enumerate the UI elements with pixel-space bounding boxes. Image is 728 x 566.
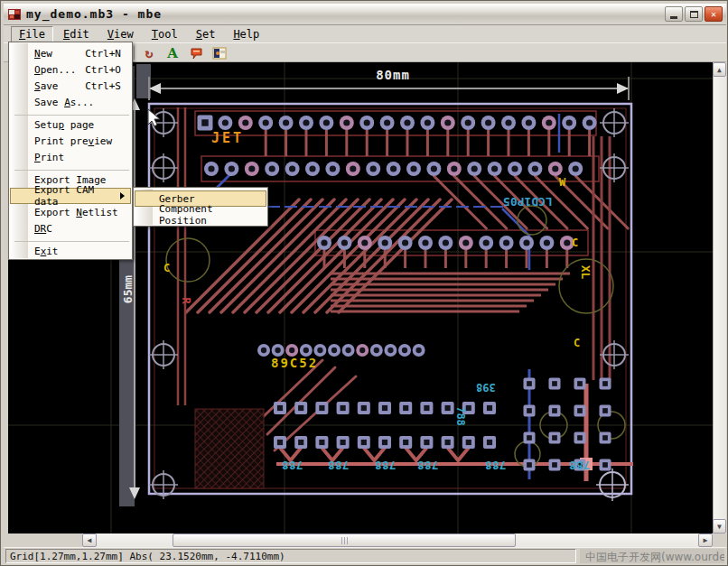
status-bar: Grid[1.27mm,1.27mm] Abs( 23.1520mm, -4.7…: [4, 547, 726, 564]
minimize-icon: [670, 16, 677, 19]
horizontal-scroll-thumb[interactable]: [173, 534, 516, 547]
menu-item-label: Save: [34, 80, 59, 92]
menu-item-label: Print: [34, 152, 64, 163]
menu-item-label: Open...: [34, 64, 76, 76]
note-icon[interactable]: [186, 44, 206, 61]
note-glyph: [189, 46, 203, 60]
pcb-text-label: 398: [476, 382, 496, 393]
menu-separator: [14, 165, 129, 171]
menubar-item-view[interactable]: View: [99, 26, 142, 42]
pcb-text-label: XL: [580, 265, 592, 280]
pcb-text-label: 788: [417, 459, 438, 471]
menu-item-setup-page[interactable]: Setup page: [10, 116, 131, 133]
vertical-scrollbar[interactable]: ▲ ▼: [713, 62, 726, 534]
menu-item-drc[interactable]: DRC: [10, 220, 131, 237]
menubar-item-help[interactable]: Help: [225, 26, 267, 42]
menu-item-new[interactable]: NewCtrl+N: [10, 45, 131, 61]
menu-shortcut: Ctrl+N: [85, 48, 125, 60]
text-tool-icon[interactable]: A: [163, 44, 182, 61]
scroll-left-button[interactable]: ◀: [82, 534, 97, 547]
menu-shortcut: Ctrl+O: [85, 64, 125, 76]
pcb-text-label: C: [572, 237, 578, 248]
menubar-item-tool[interactable]: Tool: [144, 26, 186, 42]
close-button[interactable]: ✕: [705, 6, 723, 22]
image-icon[interactable]: [210, 44, 229, 61]
minimize-button[interactable]: [665, 6, 683, 22]
menu-item-save-as[interactable]: Save As...: [10, 94, 131, 110]
rotate-icon[interactable]: ↻: [139, 44, 159, 61]
pcb-text-label: 788: [455, 406, 466, 426]
menu-shortcut: Ctrl+S: [85, 80, 125, 92]
horizontal-scrollbar[interactable]: ◀ ▶: [82, 534, 713, 547]
menu-item-export-cam-data[interactable]: Export CAM data: [10, 188, 131, 204]
pcb-text-label: JET: [211, 132, 244, 145]
maximize-button[interactable]: [685, 6, 703, 22]
menu-item-label: Save As...: [34, 97, 94, 108]
export-cam-submenu-popup: GerberComponent Position: [133, 187, 268, 227]
app-icon: [7, 7, 22, 22]
submenu-arrow-icon: [120, 192, 125, 199]
menubar-item-set[interactable]: Set: [188, 26, 224, 42]
menu-item-print[interactable]: Print: [10, 149, 131, 165]
hatched-region: [195, 409, 264, 488]
menu-item-open[interactable]: Open...Ctrl+O: [10, 61, 131, 78]
horizontal-scrollbar-row: ◀ ▶: [4, 534, 726, 547]
pcb-text-label: W: [559, 177, 565, 188]
pcb-text-label: LCD1P05: [503, 196, 553, 208]
window-title: my_demo.mb3 - mbe: [26, 7, 162, 21]
file-menu-popup: NewCtrl+NOpen...Ctrl+OSaveCtrl+SSave As.…: [8, 42, 133, 260]
menu-separator: [14, 237, 129, 242]
menu-separator: [14, 110, 129, 116]
scroll-down-button[interactable]: ▼: [713, 519, 726, 534]
menu-item-label: Export Netlist: [34, 207, 118, 218]
pcb-text-label: 89C52: [271, 357, 318, 369]
menu-item-label: Print preview: [34, 135, 112, 147]
image-glyph: [212, 46, 227, 60]
menu-item-export-netlist[interactable]: Export Netlist: [10, 204, 131, 220]
pcb-text-label: 788: [569, 459, 590, 471]
pcb-text-label: 788: [485, 459, 506, 471]
menu-item-label: DRC: [34, 223, 52, 235]
pcb-text-label: C: [163, 263, 170, 274]
board-width-dimension: 80mm: [357, 68, 429, 82]
app-window: my_demo.mb3 - mbe ✕ FileEditViewToolSetH…: [0, 0, 728, 566]
submenu-item-component-position[interactable]: Component Position: [135, 207, 266, 223]
pcb-text-label: 788: [282, 459, 303, 471]
title-bar[interactable]: my_demo.mb3 - mbe ✕: [4, 4, 726, 25]
pcb-text-label: 788: [375, 459, 396, 471]
menu-item-label: Exit: [34, 246, 59, 257]
menubar-item-file[interactable]: File: [11, 26, 53, 42]
menubar-item-edit[interactable]: Edit: [55, 26, 98, 42]
scroll-right-button[interactable]: ▶: [698, 534, 713, 547]
pcb-text-label: C: [574, 338, 580, 348]
maximize-icon: [690, 11, 698, 18]
menu-bar: FileEditViewToolSetHelp: [4, 25, 726, 42]
pcb-text-label: 788: [328, 459, 349, 471]
menu-item-save[interactable]: SaveCtrl+S: [10, 78, 131, 94]
menu-item-print-preview[interactable]: Print preview: [10, 133, 131, 149]
board-height-dimension: 65mm: [121, 272, 135, 308]
menu-item-exit[interactable]: Exit: [10, 243, 131, 259]
menu-item-label: Setup page: [34, 119, 94, 131]
menu-item-label: New: [34, 48, 52, 60]
coordinate-readout: Grid[1.27mm,1.27mm] Abs( 23.1520mm, -4.7…: [5, 549, 576, 563]
watermark-text: 中国电子开发网(www.ourdev.cn): [580, 549, 724, 563]
pcb-text-label: R: [181, 297, 191, 303]
menu-item-label: Component Position: [159, 203, 260, 227]
scroll-up-button[interactable]: ▲: [713, 62, 726, 77]
